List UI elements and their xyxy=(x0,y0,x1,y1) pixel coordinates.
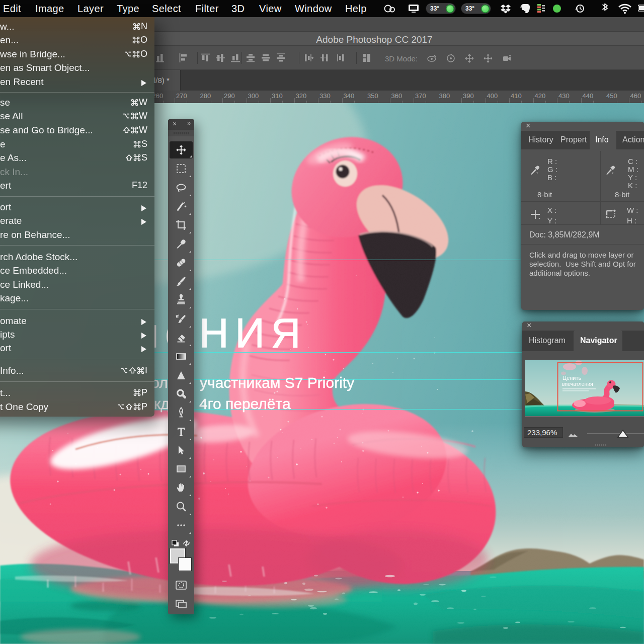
svg-text:Ценить: Ценить xyxy=(562,375,582,381)
svg-text:впечатления: впечатления xyxy=(562,381,593,387)
